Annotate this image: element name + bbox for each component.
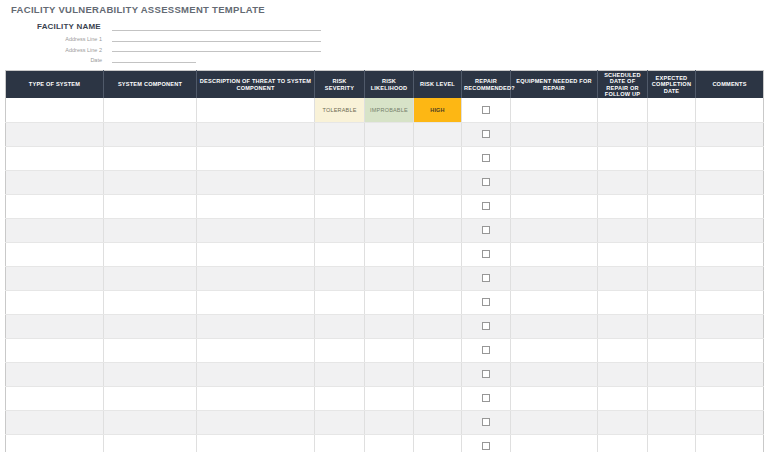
table-cell[interactable] [315, 242, 365, 266]
table-cell[interactable] [598, 338, 648, 362]
repair-checkbox[interactable] [482, 298, 490, 306]
table-cell[interactable] [414, 410, 462, 434]
repair-recommended-cell[interactable] [462, 242, 511, 266]
table-cell[interactable] [365, 338, 414, 362]
table-cell[interactable] [197, 314, 315, 338]
table-cell[interactable] [696, 98, 764, 122]
table-cell[interactable] [648, 434, 696, 452]
table-cell[interactable] [104, 386, 197, 410]
table-cell[interactable] [598, 170, 648, 194]
table-cell[interactable] [511, 98, 598, 122]
table-cell[interactable] [696, 362, 764, 386]
table-cell[interactable] [197, 170, 315, 194]
table-cell[interactable] [104, 314, 197, 338]
table-cell[interactable] [6, 362, 104, 386]
address-line-1-field[interactable] [112, 32, 321, 42]
table-cell[interactable] [414, 194, 462, 218]
table-cell[interactable] [696, 194, 764, 218]
facility-name-field[interactable] [112, 21, 321, 31]
table-cell[interactable] [315, 146, 365, 170]
table-cell[interactable] [598, 314, 648, 338]
table-cell[interactable] [6, 386, 104, 410]
repair-recommended-cell[interactable] [462, 122, 511, 146]
table-cell[interactable] [511, 218, 598, 242]
table-cell[interactable] [104, 410, 197, 434]
table-cell[interactable] [696, 170, 764, 194]
table-cell[interactable] [6, 218, 104, 242]
table-cell[interactable] [648, 290, 696, 314]
table-cell[interactable] [365, 218, 414, 242]
repair-checkbox[interactable] [482, 346, 490, 354]
table-cell[interactable] [414, 122, 462, 146]
table-cell[interactable] [648, 410, 696, 434]
table-cell[interactable] [365, 386, 414, 410]
table-cell[interactable] [365, 410, 414, 434]
table-cell[interactable] [414, 266, 462, 290]
table-cell[interactable] [511, 290, 598, 314]
repair-recommended-cell[interactable] [462, 338, 511, 362]
table-cell[interactable] [6, 242, 104, 266]
table-cell[interactable] [197, 194, 315, 218]
repair-recommended-cell[interactable] [462, 290, 511, 314]
table-cell[interactable] [511, 194, 598, 218]
risk-severity-cell[interactable]: TOLERABLE [315, 98, 365, 122]
table-cell[interactable] [414, 386, 462, 410]
table-cell[interactable] [598, 290, 648, 314]
repair-checkbox[interactable] [482, 370, 490, 378]
table-cell[interactable] [511, 266, 598, 290]
table-cell[interactable] [6, 266, 104, 290]
repair-checkbox[interactable] [482, 322, 490, 330]
table-cell[interactable] [696, 290, 764, 314]
repair-checkbox[interactable] [482, 154, 490, 162]
table-cell[interactable] [315, 410, 365, 434]
table-cell[interactable] [414, 170, 462, 194]
table-cell[interactable] [648, 194, 696, 218]
repair-checkbox[interactable] [482, 202, 490, 210]
table-cell[interactable] [365, 242, 414, 266]
table-cell[interactable] [6, 290, 104, 314]
table-cell[interactable] [365, 266, 414, 290]
table-cell[interactable] [598, 194, 648, 218]
table-cell[interactable] [648, 266, 696, 290]
repair-recommended-cell[interactable] [462, 194, 511, 218]
repair-recommended-cell[interactable] [462, 362, 511, 386]
table-cell[interactable] [365, 170, 414, 194]
table-cell[interactable] [598, 146, 648, 170]
table-cell[interactable] [197, 218, 315, 242]
table-cell[interactable] [511, 122, 598, 146]
table-cell[interactable] [6, 98, 104, 122]
table-cell[interactable] [197, 98, 315, 122]
table-cell[interactable] [6, 122, 104, 146]
table-cell[interactable] [696, 434, 764, 452]
table-cell[interactable] [104, 218, 197, 242]
repair-checkbox[interactable] [482, 394, 490, 402]
table-cell[interactable] [648, 314, 696, 338]
table-cell[interactable] [648, 170, 696, 194]
table-cell[interactable] [315, 122, 365, 146]
table-cell[interactable] [315, 194, 365, 218]
table-cell[interactable] [511, 338, 598, 362]
repair-checkbox[interactable] [482, 418, 490, 426]
table-cell[interactable] [365, 434, 414, 452]
table-cell[interactable] [414, 146, 462, 170]
table-cell[interactable] [598, 218, 648, 242]
table-cell[interactable] [648, 98, 696, 122]
table-cell[interactable] [365, 290, 414, 314]
table-cell[interactable] [104, 146, 197, 170]
table-cell[interactable] [414, 362, 462, 386]
repair-checkbox[interactable] [482, 442, 490, 450]
table-cell[interactable] [598, 410, 648, 434]
table-cell[interactable] [104, 362, 197, 386]
repair-recommended-cell[interactable] [462, 434, 511, 452]
repair-recommended-cell[interactable] [462, 170, 511, 194]
table-cell[interactable] [315, 266, 365, 290]
table-cell[interactable] [315, 362, 365, 386]
table-cell[interactable] [197, 386, 315, 410]
table-cell[interactable] [6, 410, 104, 434]
date-field[interactable] [112, 53, 196, 63]
table-cell[interactable] [511, 386, 598, 410]
table-cell[interactable] [315, 386, 365, 410]
table-cell[interactable] [315, 314, 365, 338]
table-cell[interactable] [696, 218, 764, 242]
table-cell[interactable] [365, 146, 414, 170]
